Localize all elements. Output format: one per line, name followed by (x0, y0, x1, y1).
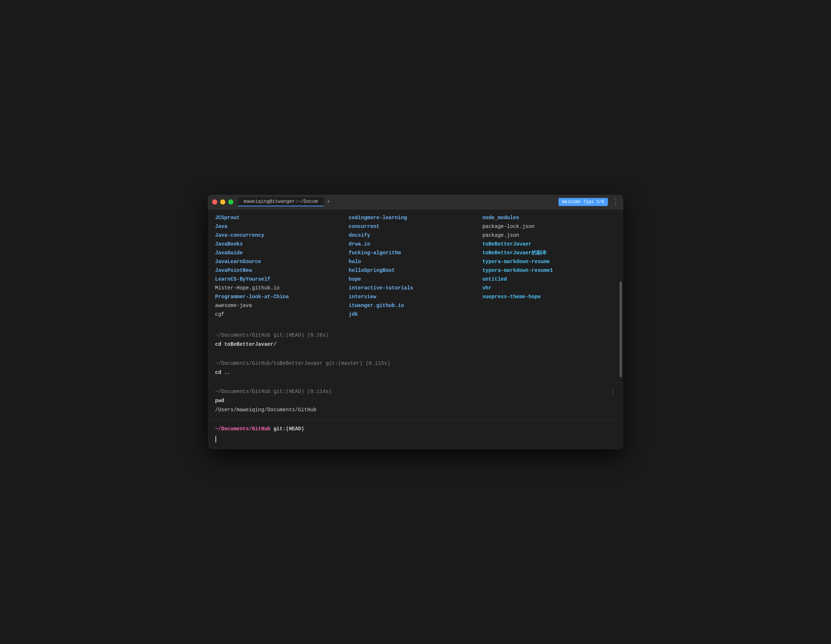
ls-item: Programmer-look-at-China (215, 293, 349, 301)
ls-item: JavaGuide (215, 249, 349, 257)
titlebar: maweiqing@itwanger:~/Docum + Welcome Tip… (208, 194, 623, 209)
ls-item: cgf (215, 310, 349, 319)
terminal-body: JCSproutcodingmore-learningnode_modulesJ… (208, 209, 623, 450)
cursor-line (215, 436, 616, 442)
ls-item: typora-markdown-resume (482, 258, 616, 266)
ls-item: JavaBooks (215, 240, 349, 249)
minimize-button[interactable] (220, 199, 225, 204)
ls-item (482, 310, 616, 319)
active-prompt[interactable]: ~/Documents/GitHub git:(HEAD) (208, 420, 623, 450)
tab-title[interactable]: maweiqing@itwanger:~/Docum (238, 197, 324, 206)
command-1: cd toBeBetterJavaer/ (215, 341, 616, 348)
terminal-window: maweiqing@itwanger:~/Docum + Welcome Tip… (208, 194, 623, 450)
ls-item: LearnCS-ByYourself (215, 275, 349, 284)
ls-item: JCSprout (215, 214, 349, 222)
ls-item (482, 301, 616, 310)
ls-output-section: JCSproutcodingmore-learningnode_modulesJ… (208, 209, 623, 327)
cmd-block-1: ~/Documents/GitHub git:(HEAD) (0.26s) cd… (208, 327, 623, 355)
ls-grid: JCSproutcodingmore-learningnode_modulesJ… (215, 214, 616, 319)
ls-item: node_modules (482, 214, 616, 222)
ls-item: drwa.io (349, 240, 482, 249)
scrollbar[interactable] (619, 281, 622, 377)
prompt-git: git:(HEAD) (274, 426, 304, 432)
ls-item: docsify (349, 231, 482, 240)
command-3: pwd (215, 397, 616, 405)
ls-item: vuepress-theme-hope (482, 293, 616, 301)
titlebar-right: Welcome Tips 3/6 ⋮ (559, 198, 619, 206)
ls-item: Mister-Hope.github.io (215, 284, 349, 292)
ls-item: toBeBetterJavaer (482, 240, 616, 249)
close-button[interactable] (212, 199, 217, 204)
ls-item: interview (349, 293, 482, 301)
menu-dots-icon[interactable]: ⋮ (612, 198, 619, 206)
ls-item: JavaPointNew (215, 266, 349, 275)
tab-bar: maweiqing@itwanger:~/Docum + (238, 197, 559, 206)
block-options-icon[interactable]: ⋮ (609, 387, 616, 397)
pwd-output: /Users/maweiqing/Documents/GitHub (215, 406, 616, 414)
ls-item: helloSpringBoot (349, 266, 482, 275)
cmd-block-3: ⋮ ~/Documents/GitHub git:(HEAD) (0.114s)… (208, 383, 623, 420)
tab-add-button[interactable]: + (326, 198, 331, 206)
ls-item: package-lock.json (482, 223, 616, 231)
ls-item: untitled (482, 275, 616, 284)
ls-item: Java-concurrency (215, 231, 349, 240)
ls-item: jdk (349, 310, 482, 319)
ls-item: concurrent (349, 223, 482, 231)
ls-item: itwanger.github.io (349, 301, 482, 310)
prompt-2: ~/Documents/GitHub/toBeBetterJavaer git:… (215, 360, 616, 367)
command-2: cd .. (215, 369, 616, 376)
cmd-block-2: ~/Documents/GitHub/toBeBetterJavaer git:… (208, 355, 623, 383)
maximize-button[interactable] (228, 199, 233, 204)
ls-item: fucking-algorithm (349, 249, 482, 257)
ls-item: JavaLearnSource (215, 258, 349, 266)
ls-item: codingmore-learning (349, 214, 482, 222)
ls-item: hope (349, 275, 482, 284)
ls-item: awesome-java (215, 301, 349, 310)
prompt-3: ~/Documents/GitHub git:(HEAD) (0.114s) (215, 388, 616, 395)
prompt-1: ~/Documents/GitHub git:(HEAD) (0.26s) (215, 332, 616, 339)
welcome-tips-badge[interactable]: Welcome Tips 3/6 (559, 198, 608, 206)
ls-item: vhr (482, 284, 616, 292)
ls-item: package.json (482, 231, 616, 240)
ls-item: Java (215, 223, 349, 231)
prompt-path: ~/Documents/GitHub (215, 426, 270, 432)
active-prompt-line: ~/Documents/GitHub git:(HEAD) (215, 425, 616, 433)
cursor (215, 436, 216, 442)
ls-item: interactive-tutorials (349, 284, 482, 292)
ls-item: toBeBetterJavaer的副本 (482, 249, 616, 257)
ls-item: typora-markdown-resume1 (482, 266, 616, 275)
traffic-lights (212, 199, 233, 204)
ls-item: halo (349, 258, 482, 266)
